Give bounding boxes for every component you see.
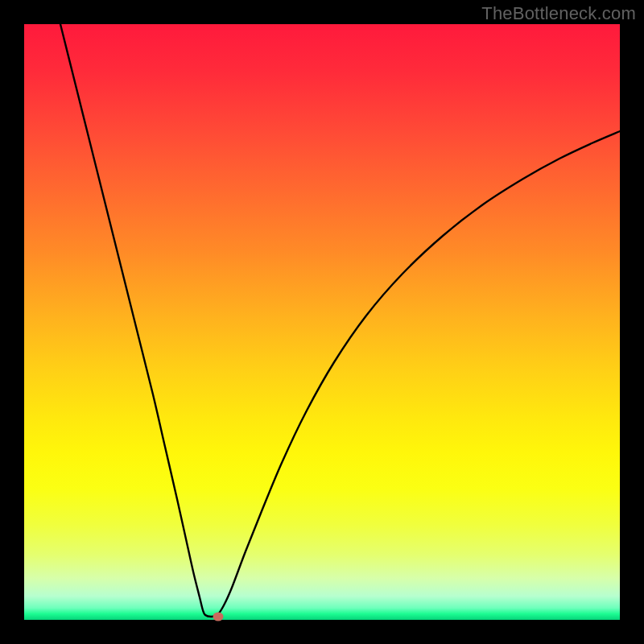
plot-area bbox=[24, 24, 620, 620]
chart-frame: TheBottleneck.com bbox=[0, 0, 644, 644]
minimum-marker bbox=[213, 613, 224, 621]
bottleneck-curve bbox=[24, 24, 620, 620]
attribution-text: TheBottleneck.com bbox=[481, 3, 636, 24]
curve-path bbox=[60, 24, 620, 617]
